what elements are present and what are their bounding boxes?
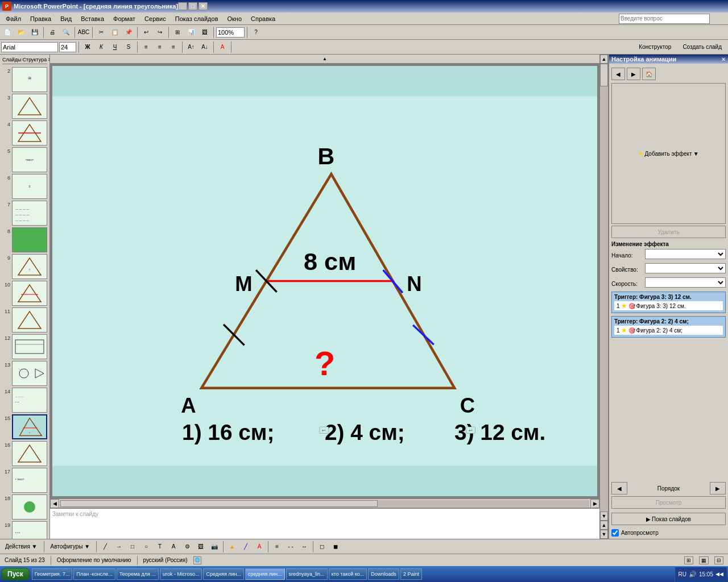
panel-tab-slides[interactable]: Слайды xyxy=(2,57,22,63)
spell-button[interactable]: ABC xyxy=(77,26,90,39)
speed-dropdown[interactable] xyxy=(645,277,726,288)
line-button[interactable]: ╱ xyxy=(99,541,111,553)
menu-format[interactable]: Формат xyxy=(109,14,140,23)
copy-button[interactable]: 📋 xyxy=(109,26,121,39)
font-size-input[interactable] xyxy=(59,42,76,52)
order-up-button[interactable]: ◀ xyxy=(611,482,627,494)
tray-arrow-icon[interactable]: ◀◀ xyxy=(715,571,723,577)
help-input[interactable] xyxy=(619,14,710,24)
clipart-button[interactable]: 🖼 xyxy=(195,541,207,553)
taskbar-item-1[interactable]: План -консле... xyxy=(73,568,115,580)
view-sorter-icon[interactable]: ⊟ xyxy=(714,556,723,564)
slide-thumb-9[interactable]: 9 ? xyxy=(2,254,47,279)
taskbar-item-5-active[interactable]: средняя лин... xyxy=(245,568,285,580)
rect-button[interactable]: □ xyxy=(126,541,139,553)
actions-button[interactable]: Действия ▼ xyxy=(1,541,42,553)
window-controls[interactable]: _ □ ✕ xyxy=(178,2,208,10)
scroll-extra-up-button[interactable]: ▲ xyxy=(600,521,608,530)
align-center-button[interactable]: ≡ xyxy=(154,41,166,53)
slide-thumb-18[interactable]: 18 xyxy=(2,494,47,519)
slide-thumb-5[interactable]: 5 текст xyxy=(2,147,47,172)
diagram-button[interactable]: ⚙ xyxy=(181,541,193,553)
preview-button[interactable]: Просмотр xyxy=(611,496,726,509)
anim-nav-home-button[interactable]: 🏠 xyxy=(642,68,656,80)
align-left-button[interactable]: ≡ xyxy=(140,41,152,53)
line-color-button[interactable]: ╱ xyxy=(239,541,252,553)
h-scrollbar-thumb[interactable] xyxy=(60,500,378,507)
preview-button[interactable]: 🔍 xyxy=(60,26,72,39)
slide-thumb-4[interactable]: 4 xyxy=(2,120,47,146)
scroll-extra-down-button[interactable]: ▼ xyxy=(600,530,608,539)
cut-button[interactable]: ✂ xyxy=(95,26,107,39)
slide-thumb-16[interactable]: 16 xyxy=(2,441,47,466)
slide-thumb-12[interactable]: 12 xyxy=(2,334,47,359)
oval-button[interactable]: ○ xyxy=(140,541,152,553)
scroll-left-button[interactable]: ◀ xyxy=(50,499,59,508)
scroll-arrow-top[interactable]: ▲ xyxy=(50,55,599,64)
delete-effect-button[interactable]: Удалить xyxy=(611,226,726,238)
dash-style-button[interactable]: - - xyxy=(284,541,297,553)
align-right-button[interactable]: ≡ xyxy=(167,41,180,53)
menu-service[interactable]: Сервис xyxy=(140,14,171,23)
strikethrough-button[interactable]: S xyxy=(122,41,135,53)
taskbar-item-downloads[interactable]: Downloads xyxy=(368,568,399,580)
arrow-style-button[interactable]: ↔ xyxy=(298,541,311,553)
shadow-button[interactable]: ◻ xyxy=(316,541,328,553)
slide-thumb-13[interactable]: 13 xyxy=(2,361,47,386)
slideshow-button[interactable]: ▶ Показ слайдов xyxy=(611,513,726,525)
create-slide-button[interactable]: Создать слайд xyxy=(677,41,727,53)
taskbar-item-4[interactable]: Средняя лин... xyxy=(203,568,244,580)
panel-tab-structure[interactable]: Структура xyxy=(23,57,47,63)
minimize-button[interactable]: _ xyxy=(178,2,187,10)
taskbar-item-3[interactable]: urok - Microso... xyxy=(160,568,202,580)
slide-thumb-7[interactable]: 7 — — — —— — — —— — — — xyxy=(2,201,47,226)
3d-button[interactable]: ◼ xyxy=(329,541,342,553)
menu-edit[interactable]: Правка xyxy=(26,14,56,23)
slide-thumb-2[interactable]: 2 ≅ xyxy=(2,67,47,92)
slide-thumb-3[interactable]: 3 xyxy=(2,94,47,119)
h-scrollbar[interactable]: ◀ ▶ xyxy=(50,498,599,508)
undo-button[interactable]: ↩ xyxy=(140,26,152,39)
insert-picture-button[interactable]: 🖼 xyxy=(198,26,211,39)
font-color-button2[interactable]: A xyxy=(253,541,266,553)
slide-thumb-10[interactable]: 10 xyxy=(2,281,47,306)
menu-insert[interactable]: Вставка xyxy=(76,14,109,23)
print-button[interactable]: 🖨 xyxy=(46,26,59,39)
menu-help[interactable]: Справка xyxy=(246,14,280,23)
view-slide-icon[interactable]: ▦ xyxy=(699,556,709,564)
v-scrollbar-thumb[interactable] xyxy=(600,64,608,86)
italic-button[interactable]: К xyxy=(95,41,107,53)
underline-button[interactable]: Ч xyxy=(109,41,121,53)
insert-chart-button[interactable]: 📊 xyxy=(185,26,197,39)
fill-color-button[interactable]: ▲ xyxy=(226,541,238,553)
decrease-font-button[interactable]: A↓ xyxy=(198,41,211,53)
slide-thumb-8[interactable]: 8 xyxy=(2,227,47,252)
redo-button[interactable]: ↪ xyxy=(154,26,166,39)
taskbar-item-7[interactable]: кто такой ко... xyxy=(329,568,367,580)
anim-panel-controls[interactable]: ✕ xyxy=(721,56,726,63)
maximize-button[interactable]: □ xyxy=(188,2,197,10)
arrow-button[interactable]: → xyxy=(113,541,125,553)
scroll-down-button[interactable]: ▼ xyxy=(600,512,608,521)
start-button[interactable]: Пуск xyxy=(1,568,30,580)
property-dropdown[interactable] xyxy=(645,263,726,273)
zoom-input[interactable] xyxy=(216,27,245,38)
line-style-button[interactable]: ≡ xyxy=(271,541,283,553)
slide-thumb-6[interactable]: 6 ≡ xyxy=(2,174,47,199)
open-button[interactable]: 📂 xyxy=(15,26,27,39)
autoshapes-button[interactable]: Автофигуры ▼ xyxy=(47,541,94,553)
taskbar-item-paint[interactable]: 2 Paint xyxy=(400,568,422,580)
menu-file[interactable]: Файл xyxy=(1,14,26,23)
autopreview-checkbox[interactable] xyxy=(611,529,619,537)
close-button[interactable]: ✕ xyxy=(198,2,208,10)
anim-panel-close-button[interactable]: ✕ xyxy=(721,56,726,63)
add-effect-button[interactable]: ★ Добавить эффект ▼ xyxy=(611,83,726,224)
bold-button[interactable]: Ж xyxy=(81,41,94,53)
wordart-button[interactable]: A xyxy=(167,541,180,553)
font-color-button[interactable]: A xyxy=(216,41,229,53)
slide-thumb-11[interactable]: 11 xyxy=(2,307,47,332)
help-button[interactable]: ? xyxy=(250,26,262,39)
slide-thumb-14[interactable]: 14 — — —• • • xyxy=(2,388,47,413)
scroll-right-button[interactable]: ▶ xyxy=(590,499,599,508)
scroll-up-button[interactable]: ▲ xyxy=(600,55,608,64)
